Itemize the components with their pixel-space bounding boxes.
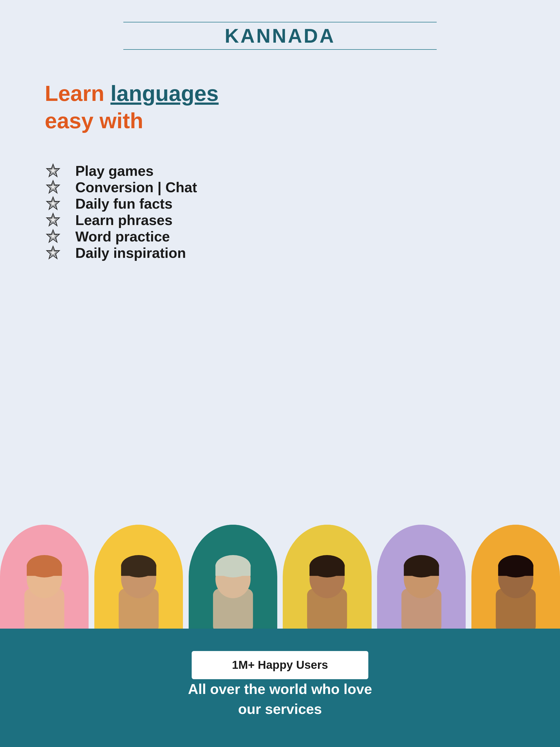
header-bottom-line bbox=[123, 49, 437, 50]
feature-list: Play games Conversion | Chat Daily fun f… bbox=[45, 163, 515, 261]
hero-easy-with: easy with bbox=[45, 108, 143, 133]
feature-item: Daily inspiration bbox=[45, 245, 515, 261]
hero-learn: Learn bbox=[45, 81, 110, 106]
feature-item: Learn phrases bbox=[45, 212, 515, 228]
person-card bbox=[377, 525, 466, 628]
star-icon bbox=[45, 179, 61, 196]
header: KANNADA bbox=[0, 0, 560, 63]
svg-rect-36 bbox=[404, 565, 439, 576]
bottom-description: All over the world who loveour services bbox=[188, 679, 372, 719]
feature-label: Play games bbox=[75, 163, 153, 179]
star-icon bbox=[45, 212, 61, 228]
person-avatar bbox=[189, 525, 277, 628]
feature-label: Conversion | Chat bbox=[75, 179, 197, 196]
person-card bbox=[94, 525, 183, 628]
users-badge: 1M+ Happy Users bbox=[192, 651, 368, 679]
person-avatar bbox=[94, 525, 183, 628]
svg-rect-21 bbox=[121, 565, 156, 576]
star-icon bbox=[45, 196, 61, 212]
svg-rect-31 bbox=[309, 565, 345, 576]
person-card bbox=[283, 525, 371, 628]
svg-rect-16 bbox=[27, 565, 62, 576]
svg-rect-26 bbox=[215, 565, 251, 576]
feature-item: Play games bbox=[45, 163, 515, 179]
feature-item: Conversion | Chat bbox=[45, 179, 515, 196]
star-icon bbox=[45, 228, 61, 245]
hero-languages: languages bbox=[110, 81, 219, 106]
feature-label: Daily fun facts bbox=[75, 196, 172, 212]
people-section bbox=[0, 525, 560, 628]
person-card bbox=[189, 525, 277, 628]
feature-item: Daily fun facts bbox=[45, 196, 515, 212]
person-card bbox=[0, 525, 88, 628]
person-avatar bbox=[377, 525, 466, 628]
person-avatar bbox=[472, 525, 560, 628]
bottom-section: 1M+ Happy Users All over the world who l… bbox=[0, 628, 560, 747]
svg-rect-41 bbox=[498, 565, 533, 576]
main-content: Learn languages easy with Play games Con… bbox=[0, 63, 560, 502]
people-row bbox=[0, 525, 560, 628]
header-top-line bbox=[123, 22, 437, 22]
hero-headline: Learn languages easy with bbox=[45, 80, 515, 134]
person-avatar bbox=[283, 525, 371, 628]
feature-label: Learn phrases bbox=[75, 212, 173, 228]
star-icon bbox=[45, 245, 61, 261]
star-icon bbox=[45, 163, 61, 179]
person-card bbox=[472, 525, 560, 628]
feature-item: Word practice bbox=[45, 228, 515, 245]
feature-label: Daily inspiration bbox=[75, 245, 186, 261]
feature-label: Word practice bbox=[75, 228, 170, 245]
person-avatar bbox=[0, 525, 88, 628]
page-title: KANNADA bbox=[225, 25, 335, 47]
page-wrapper: KANNADA Learn languages easy with Play g… bbox=[0, 0, 560, 747]
